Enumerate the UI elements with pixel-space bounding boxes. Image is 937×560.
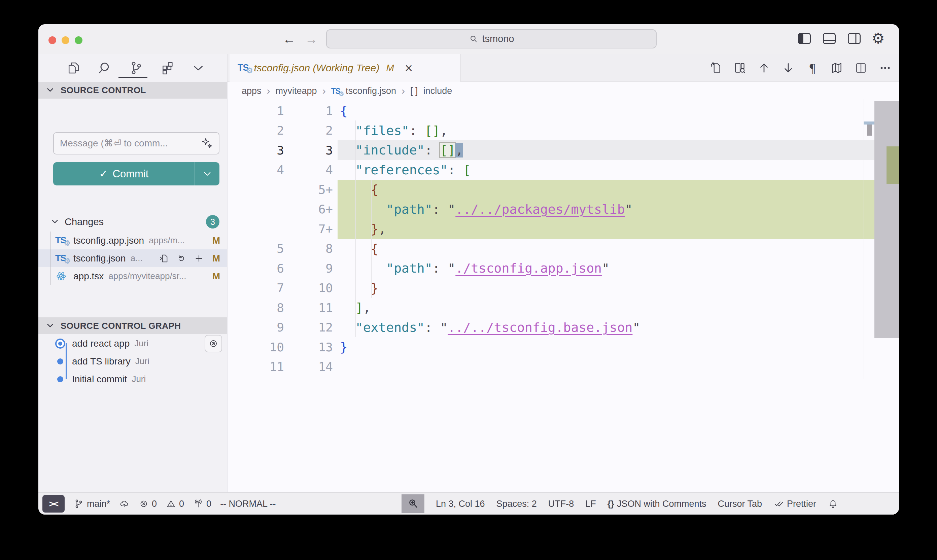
code-line-content: {	[338, 239, 874, 259]
find-in-file-icon[interactable]	[733, 61, 747, 75]
commit-button[interactable]: ✓ Commit	[53, 162, 195, 185]
activity-more-icon[interactable]	[191, 60, 206, 76]
code-line[interactable]: 1013}	[228, 337, 899, 357]
code-line[interactable]: 710 }	[228, 278, 899, 298]
code-token: "include"	[355, 143, 425, 157]
file-name: app.tsx	[73, 271, 104, 282]
code-line[interactable]: 69 "path": "./tsconfig.app.json"	[228, 258, 899, 278]
source-control-graph-header[interactable]: SOURCE CONTROL GRAPH	[38, 317, 227, 334]
toggle-left-panel-icon[interactable]	[797, 31, 812, 46]
code-token: "	[448, 202, 455, 217]
close-window-button[interactable]	[48, 36, 56, 44]
command-center-search[interactable]: tsmono	[326, 29, 657, 48]
status-item-bell[interactable]	[828, 498, 839, 509]
discard-changes-icon[interactable]	[176, 253, 187, 264]
source-control-header[interactable]: SOURCE CONTROL	[38, 82, 227, 98]
commit-row[interactable]: Initial commitJuri	[38, 370, 227, 388]
code-line[interactable]: 5+ {	[228, 180, 899, 200]
next-change-icon[interactable]	[781, 61, 795, 75]
new-line-number: 3	[284, 143, 338, 157]
breadcrumb-item[interactable]: include	[423, 86, 452, 96]
breadcrumb-item[interactable]: apps	[242, 86, 262, 96]
changed-file-row[interactable]: TS⚙tsconfig.jsona...M	[38, 249, 227, 267]
map-icon[interactable]	[829, 61, 844, 75]
code-line[interactable]: 7+ },	[228, 219, 899, 239]
status-item-warning[interactable]: 0	[166, 498, 184, 509]
activity-extensions-icon[interactable]	[160, 60, 175, 76]
commit-author: Juri	[134, 338, 205, 349]
status-item-error[interactable]: 0	[138, 498, 157, 509]
code-token: [	[463, 163, 471, 177]
activity-search-icon[interactable]	[97, 60, 113, 76]
toggle-right-panel-icon[interactable]	[847, 31, 862, 46]
vertical-scrollbar[interactable]	[874, 101, 899, 338]
status-item-zoom-lens[interactable]	[402, 494, 425, 513]
status-item-double-check[interactable]: Prettier	[774, 498, 816, 509]
settings-gear-icon[interactable]: ⚙	[872, 31, 885, 46]
code-line[interactable]: 11{	[228, 101, 899, 121]
goto-head-button[interactable]	[205, 335, 222, 352]
code-line-content: "extends": "../../tsconfig.base.json"	[338, 318, 874, 338]
zoom-window-button[interactable]	[75, 36, 83, 44]
code-line[interactable]: 22 "files": [],	[228, 121, 899, 141]
code-token	[340, 202, 386, 217]
code-line[interactable]: 33 "include": [],	[228, 140, 899, 160]
status-item-ports[interactable]: 0	[193, 498, 211, 509]
commit-node-icon	[55, 370, 69, 388]
breadcrumb-item[interactable]: myviteapp	[275, 86, 317, 96]
status-item-ln-3-col-16[interactable]: Ln 3, Col 16	[436, 499, 485, 509]
minimize-window-button[interactable]	[62, 36, 69, 44]
status-item-spaces-2[interactable]: Spaces: 2	[497, 499, 537, 509]
code-line[interactable]: 6+ "path": "../../packages/mytslib"	[228, 200, 899, 219]
tab-tsconfig-working-tree[interactable]: TS⚙ tsconfig.json (Working Tree) M ×	[229, 54, 461, 82]
old-line-number: 1	[228, 104, 284, 118]
minimap-content-mark	[867, 125, 872, 135]
activity-source-control-icon[interactable]	[128, 60, 144, 76]
status-item--normal-[interactable]: -- NORMAL --	[220, 499, 275, 509]
navigate-back-button[interactable]: ←	[283, 32, 295, 46]
code-line[interactable]: 44 "references": [	[228, 160, 899, 180]
status-item-cloud-upload[interactable]	[119, 498, 129, 509]
code-token	[340, 143, 355, 157]
status-item-curly[interactable]: {}JSON with Comments	[608, 499, 706, 509]
sparkle-icon[interactable]	[201, 137, 213, 150]
navigate-forward-button[interactable]: →	[305, 32, 318, 46]
status-item-remote[interactable]: ><	[42, 495, 65, 512]
code-token: "	[632, 320, 640, 335]
commit-node-icon	[55, 352, 69, 370]
code-line[interactable]: 811 ],	[228, 298, 899, 318]
split-editor-icon[interactable]	[854, 61, 868, 75]
status-item-lf[interactable]: LF	[585, 499, 596, 509]
toggle-bottom-panel-icon[interactable]	[822, 31, 837, 46]
changes-section-header[interactable]: Changes 3	[38, 213, 227, 231]
previous-change-icon[interactable]	[757, 61, 771, 75]
status-item-cursor-tab[interactable]: Cursor Tab	[718, 499, 762, 509]
changed-file-row[interactable]: app.tsxapps/myviteapp/sr...M	[38, 267, 227, 285]
changed-file-row[interactable]: TS⚙tsconfig.app.jsonapps/m...M	[38, 232, 227, 249]
code-line[interactable]: 58 {	[228, 239, 899, 259]
status-bar-right: Ln 3, Col 16Spaces: 2UTF-8LF{}JSON with …	[402, 494, 839, 513]
commit-row[interactable]: add react appJuri	[38, 334, 227, 352]
status-item-branch[interactable]: main*	[73, 498, 110, 509]
code-editor[interactable]: 11{22 "files": [],33 "include": [],44 "r…	[228, 99, 899, 492]
stage-changes-icon[interactable]	[193, 253, 205, 264]
close-tab-button[interactable]: ×	[405, 61, 412, 75]
more-actions-icon[interactable]	[878, 61, 892, 75]
code-line[interactable]: 1114	[228, 357, 899, 377]
code-lines: 11{22 "files": [],33 "include": [],44 "r…	[228, 101, 899, 377]
open-file-icon[interactable]	[158, 253, 170, 264]
commit-message-input[interactable]	[59, 138, 201, 149]
code-token	[340, 320, 355, 335]
commit-dropdown-button[interactable]	[195, 162, 220, 185]
code-line[interactable]: 912 "extends": "../../tsconfig.base.json…	[228, 318, 899, 338]
line-number-gutter: 912	[228, 318, 338, 338]
pilcrow-icon[interactable]: ¶	[805, 61, 820, 75]
open-changes-icon[interactable]	[708, 61, 723, 75]
breadcrumb-item[interactable]: tsconfig.json	[346, 86, 396, 96]
status-item-utf-8[interactable]: UTF-8	[548, 499, 574, 509]
commit-row[interactable]: add TS libraryJuri	[38, 352, 227, 370]
activity-explorer-icon[interactable]	[66, 60, 82, 76]
ports-icon	[193, 498, 204, 509]
indent-guide	[371, 180, 372, 298]
search-icon	[469, 34, 479, 44]
